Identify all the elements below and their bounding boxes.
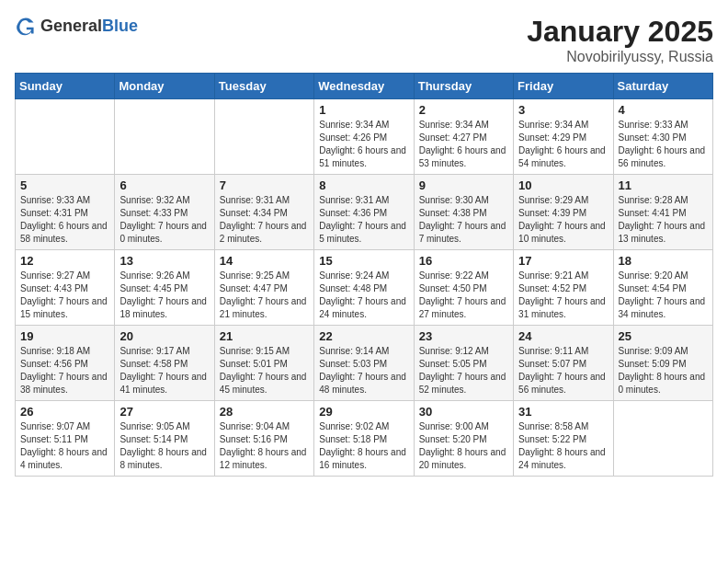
header-monday: Monday bbox=[115, 74, 214, 99]
calendar-week-1: 1Sunrise: 9:34 AM Sunset: 4:26 PM Daylig… bbox=[16, 99, 713, 175]
day-info: Sunrise: 9:34 AM Sunset: 4:27 PM Dayligh… bbox=[419, 119, 508, 170]
location-title: Novobirilyussy, Russia bbox=[527, 49, 713, 65]
calendar-cell-w5-d2: 28Sunrise: 9:04 AM Sunset: 5:16 PM Dayli… bbox=[214, 401, 313, 477]
calendar-cell-w3-d2: 14Sunrise: 9:25 AM Sunset: 4:47 PM Dayli… bbox=[214, 250, 313, 326]
day-info: Sunrise: 9:09 AM Sunset: 5:09 PM Dayligh… bbox=[619, 345, 708, 396]
calendar-week-5: 26Sunrise: 9:07 AM Sunset: 5:11 PM Dayli… bbox=[16, 401, 713, 477]
day-info: Sunrise: 9:15 AM Sunset: 5:01 PM Dayligh… bbox=[220, 345, 309, 396]
day-info: Sunrise: 9:14 AM Sunset: 5:03 PM Dayligh… bbox=[319, 345, 408, 396]
calendar-cell-w2-d2: 7Sunrise: 9:31 AM Sunset: 4:34 PM Daylig… bbox=[214, 175, 313, 250]
day-info: Sunrise: 9:31 AM Sunset: 4:34 PM Dayligh… bbox=[220, 194, 309, 246]
calendar-cell-w3-d4: 16Sunrise: 9:22 AM Sunset: 4:50 PM Dayli… bbox=[414, 250, 513, 326]
calendar-cell-w4-d4: 23Sunrise: 9:12 AM Sunset: 5:05 PM Dayli… bbox=[414, 326, 513, 401]
calendar-cell-w1-d0 bbox=[16, 99, 115, 175]
calendar-cell-w4-d1: 20Sunrise: 9:17 AM Sunset: 4:58 PM Dayli… bbox=[115, 326, 214, 401]
logo: GeneralBlue bbox=[15, 15, 138, 37]
day-number: 16 bbox=[419, 254, 508, 268]
calendar-cell-w3-d0: 12Sunrise: 9:27 AM Sunset: 4:43 PM Dayli… bbox=[16, 250, 115, 326]
day-info: Sunrise: 9:25 AM Sunset: 4:47 PM Dayligh… bbox=[220, 270, 309, 321]
day-number: 7 bbox=[220, 178, 309, 192]
day-number: 30 bbox=[419, 405, 508, 419]
day-info: Sunrise: 9:11 AM Sunset: 5:07 PM Dayligh… bbox=[518, 345, 608, 396]
day-number: 27 bbox=[119, 405, 209, 419]
calendar-cell-w5-d4: 30Sunrise: 9:00 AM Sunset: 5:20 PM Dayli… bbox=[414, 401, 513, 477]
day-info: Sunrise: 9:05 AM Sunset: 5:14 PM Dayligh… bbox=[119, 420, 209, 472]
calendar-cell-w2-d1: 6Sunrise: 9:32 AM Sunset: 4:33 PM Daylig… bbox=[115, 175, 214, 250]
header-thursday: Thursday bbox=[414, 74, 513, 99]
day-number: 24 bbox=[518, 329, 608, 343]
header-wednesday: Wednesday bbox=[314, 74, 414, 99]
day-number: 18 bbox=[619, 254, 708, 268]
header-saturday: Saturday bbox=[613, 74, 712, 99]
day-info: Sunrise: 9:00 AM Sunset: 5:20 PM Dayligh… bbox=[419, 420, 508, 472]
day-info: Sunrise: 9:34 AM Sunset: 4:26 PM Dayligh… bbox=[319, 119, 408, 170]
day-info: Sunrise: 9:34 AM Sunset: 4:29 PM Dayligh… bbox=[518, 119, 608, 170]
calendar-week-3: 12Sunrise: 9:27 AM Sunset: 4:43 PM Dayli… bbox=[16, 250, 713, 326]
calendar-cell-w3-d6: 18Sunrise: 9:20 AM Sunset: 4:54 PM Dayli… bbox=[613, 250, 712, 326]
day-info: Sunrise: 9:17 AM Sunset: 4:58 PM Dayligh… bbox=[119, 345, 209, 396]
day-number: 9 bbox=[419, 178, 508, 192]
header-friday: Friday bbox=[514, 74, 613, 99]
day-number: 23 bbox=[419, 329, 508, 343]
calendar-week-2: 5Sunrise: 9:33 AM Sunset: 4:31 PM Daylig… bbox=[16, 175, 713, 250]
calendar-cell-w1-d5: 3Sunrise: 9:34 AM Sunset: 4:29 PM Daylig… bbox=[514, 99, 613, 175]
calendar-header-row: Sunday Monday Tuesday Wednesday Thursday… bbox=[16, 74, 713, 99]
day-info: Sunrise: 9:30 AM Sunset: 4:38 PM Dayligh… bbox=[419, 194, 508, 246]
day-number: 4 bbox=[619, 103, 708, 117]
day-info: Sunrise: 9:18 AM Sunset: 4:56 PM Dayligh… bbox=[20, 345, 109, 396]
day-info: Sunrise: 9:22 AM Sunset: 4:50 PM Dayligh… bbox=[419, 270, 508, 321]
day-number: 28 bbox=[220, 405, 309, 419]
calendar-cell-w1-d4: 2Sunrise: 9:34 AM Sunset: 4:27 PM Daylig… bbox=[414, 99, 513, 175]
day-number: 13 bbox=[119, 254, 209, 268]
day-number: 26 bbox=[20, 405, 109, 419]
calendar-cell-w4-d5: 24Sunrise: 9:11 AM Sunset: 5:07 PM Dayli… bbox=[514, 326, 613, 401]
calendar-cell-w2-d5: 10Sunrise: 9:29 AM Sunset: 4:39 PM Dayli… bbox=[514, 175, 613, 250]
logo-text: GeneralBlue bbox=[40, 17, 138, 36]
logo-icon bbox=[15, 15, 37, 37]
day-number: 12 bbox=[20, 254, 109, 268]
day-info: Sunrise: 9:20 AM Sunset: 4:54 PM Dayligh… bbox=[619, 270, 708, 321]
day-number: 14 bbox=[220, 254, 309, 268]
calendar-cell-w5-d1: 27Sunrise: 9:05 AM Sunset: 5:14 PM Dayli… bbox=[115, 401, 214, 477]
day-number: 25 bbox=[619, 329, 708, 343]
month-title: January 2025 bbox=[527, 15, 713, 49]
day-info: Sunrise: 9:27 AM Sunset: 4:43 PM Dayligh… bbox=[20, 270, 109, 321]
day-info: Sunrise: 9:33 AM Sunset: 4:31 PM Dayligh… bbox=[20, 194, 109, 246]
day-number: 22 bbox=[319, 329, 408, 343]
day-number: 6 bbox=[119, 178, 209, 192]
day-info: Sunrise: 8:58 AM Sunset: 5:22 PM Dayligh… bbox=[518, 420, 608, 472]
calendar-cell-w5-d6 bbox=[613, 401, 712, 477]
day-info: Sunrise: 9:31 AM Sunset: 4:36 PM Dayligh… bbox=[319, 194, 408, 246]
day-info: Sunrise: 9:29 AM Sunset: 4:39 PM Dayligh… bbox=[518, 194, 608, 246]
day-number: 8 bbox=[319, 178, 408, 192]
day-number: 29 bbox=[319, 405, 408, 419]
calendar-cell-w5-d3: 29Sunrise: 9:02 AM Sunset: 5:18 PM Dayli… bbox=[314, 401, 414, 477]
calendar-cell-w1-d6: 4Sunrise: 9:33 AM Sunset: 4:30 PM Daylig… bbox=[613, 99, 712, 175]
header-sunday: Sunday bbox=[16, 74, 115, 99]
calendar-cell-w4-d6: 25Sunrise: 9:09 AM Sunset: 5:09 PM Dayli… bbox=[613, 326, 712, 401]
day-number: 21 bbox=[220, 329, 309, 343]
day-info: Sunrise: 9:04 AM Sunset: 5:16 PM Dayligh… bbox=[220, 420, 309, 472]
day-info: Sunrise: 9:28 AM Sunset: 4:41 PM Dayligh… bbox=[619, 194, 708, 246]
day-info: Sunrise: 9:32 AM Sunset: 4:33 PM Dayligh… bbox=[119, 194, 209, 246]
day-number: 1 bbox=[319, 103, 408, 117]
day-info: Sunrise: 9:12 AM Sunset: 5:05 PM Dayligh… bbox=[419, 345, 508, 396]
calendar-cell-w2-d4: 9Sunrise: 9:30 AM Sunset: 4:38 PM Daylig… bbox=[414, 175, 513, 250]
day-number: 31 bbox=[518, 405, 608, 419]
calendar-cell-w1-d1 bbox=[115, 99, 214, 175]
calendar-cell-w1-d2 bbox=[214, 99, 313, 175]
day-info: Sunrise: 9:33 AM Sunset: 4:30 PM Dayligh… bbox=[619, 119, 708, 170]
day-number: 5 bbox=[20, 178, 109, 192]
title-area: January 2025 Novobirilyussy, Russia bbox=[527, 15, 713, 65]
calendar-cell-w4-d3: 22Sunrise: 9:14 AM Sunset: 5:03 PM Dayli… bbox=[314, 326, 414, 401]
day-info: Sunrise: 9:02 AM Sunset: 5:18 PM Dayligh… bbox=[319, 420, 408, 472]
calendar-cell-w4-d2: 21Sunrise: 9:15 AM Sunset: 5:01 PM Dayli… bbox=[214, 326, 313, 401]
calendar-cell-w3-d1: 13Sunrise: 9:26 AM Sunset: 4:45 PM Dayli… bbox=[115, 250, 214, 326]
header-tuesday: Tuesday bbox=[214, 74, 313, 99]
day-info: Sunrise: 9:26 AM Sunset: 4:45 PM Dayligh… bbox=[119, 270, 209, 321]
calendar-cell-w3-d5: 17Sunrise: 9:21 AM Sunset: 4:52 PM Dayli… bbox=[514, 250, 613, 326]
day-info: Sunrise: 9:21 AM Sunset: 4:52 PM Dayligh… bbox=[518, 270, 608, 321]
page-header: GeneralBlue January 2025 Novobirilyussy,… bbox=[15, 15, 713, 65]
day-number: 15 bbox=[319, 254, 408, 268]
day-number: 3 bbox=[518, 103, 608, 117]
